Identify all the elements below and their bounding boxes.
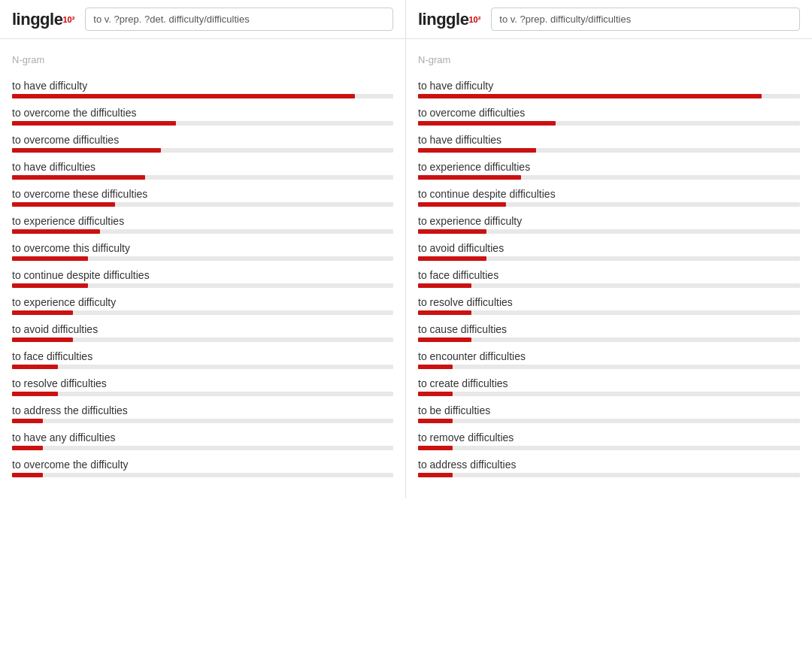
bar-container	[418, 473, 800, 477]
bar-container	[418, 338, 800, 342]
right-header: linggle10²	[406, 0, 812, 38]
result-text: to face difficulties	[418, 267, 800, 283]
result-text: to cause difficulties	[418, 321, 800, 338]
result-text: to have any difficulties	[12, 429, 393, 446]
list-item[interactable]: to continue despite difficulties	[418, 186, 800, 207]
bar-container	[418, 202, 800, 207]
result-text: to experience difficulties	[418, 159, 800, 175]
bar-container	[418, 419, 800, 423]
bar-container	[418, 310, 800, 315]
bar-fill	[12, 229, 100, 234]
list-item[interactable]: to avoid difficulties	[12, 321, 393, 342]
right-search-input[interactable]	[491, 8, 800, 31]
list-item[interactable]: to create difficulties	[418, 375, 800, 396]
bar-fill	[12, 446, 43, 450]
list-item[interactable]: to overcome this difficulty	[12, 240, 393, 261]
result-text: to be difficulties	[418, 402, 800, 419]
bar-container	[418, 283, 800, 288]
result-text: to overcome difficulties	[12, 132, 393, 148]
left-search-input[interactable]	[85, 8, 393, 31]
list-item[interactable]: to encounter difficulties	[418, 348, 800, 369]
bar-container	[12, 229, 393, 234]
result-text: to overcome this difficulty	[12, 240, 393, 256]
left-logo-text: linggle	[12, 10, 62, 29]
bar-container	[12, 446, 393, 450]
result-text: to have difficulties	[12, 159, 393, 175]
list-item[interactable]: to overcome difficulties	[418, 104, 800, 126]
list-item[interactable]: to experience difficulties	[12, 213, 393, 234]
result-text: to overcome difficulties	[418, 104, 800, 121]
list-item[interactable]: to have any difficulties	[12, 429, 393, 450]
bar-fill	[12, 365, 58, 369]
result-text: to have difficulties	[418, 132, 800, 148]
result-text: to experience difficulty	[418, 213, 800, 229]
list-item[interactable]: to experience difficulties	[418, 159, 800, 180]
left-panel: N-gram to have difficultyto overcome the…	[0, 39, 406, 498]
bar-fill	[418, 338, 471, 342]
bar-container	[418, 392, 800, 396]
bar-fill	[418, 392, 453, 396]
main-content: N-gram to have difficultyto overcome the…	[0, 39, 812, 498]
bar-container	[12, 338, 393, 342]
bar-fill	[418, 419, 453, 423]
bar-fill	[418, 446, 453, 450]
bar-fill	[12, 202, 115, 207]
result-text: to address difficulties	[418, 456, 800, 473]
bar-fill	[418, 473, 453, 477]
list-item[interactable]: to resolve difficulties	[418, 294, 800, 315]
left-logo[interactable]: linggle10²	[12, 10, 74, 29]
result-text: to remove difficulties	[418, 429, 800, 446]
list-item[interactable]: to have difficulty	[418, 77, 800, 98]
result-text: to experience difficulties	[12, 213, 393, 229]
bar-container	[418, 365, 800, 369]
bar-fill	[12, 310, 73, 315]
list-item[interactable]: to be difficulties	[418, 402, 800, 423]
bar-container	[12, 419, 393, 423]
list-item[interactable]: to face difficulties	[12, 348, 393, 369]
list-item[interactable]: to cause difficulties	[418, 321, 800, 342]
bar-container	[12, 175, 393, 180]
bar-fill	[12, 175, 145, 180]
top-bar: linggle10² linggle10²	[0, 0, 812, 39]
result-text: to create difficulties	[418, 375, 800, 392]
result-text: to have difficulty	[418, 77, 800, 94]
result-text: to avoid difficulties	[418, 240, 800, 256]
bar-container	[418, 175, 800, 180]
list-item[interactable]: to have difficulties	[12, 159, 393, 180]
bar-container	[418, 94, 800, 98]
left-results-list: to have difficultyto overcome the diffic…	[12, 77, 393, 477]
list-item[interactable]: to avoid difficulties	[418, 240, 800, 261]
bar-fill	[418, 365, 453, 369]
bar-fill	[12, 283, 88, 288]
result-text: to resolve difficulties	[12, 375, 393, 392]
result-text: to experience difficulty	[12, 294, 393, 310]
list-item[interactable]: to address difficulties	[418, 456, 800, 477]
list-item[interactable]: to overcome these difficulties	[12, 186, 393, 207]
bar-fill	[418, 256, 486, 261]
result-text: to address the difficulties	[12, 402, 393, 419]
list-item[interactable]: to overcome the difficulties	[12, 104, 393, 126]
result-text: to avoid difficulties	[12, 321, 393, 338]
list-item[interactable]: to address the difficulties	[12, 402, 393, 423]
list-item[interactable]: to have difficulties	[418, 132, 800, 153]
bar-fill	[418, 94, 762, 98]
list-item[interactable]: to remove difficulties	[418, 429, 800, 450]
result-text: to continue despite difficulties	[418, 186, 800, 202]
bar-fill	[418, 310, 471, 315]
list-item[interactable]: to continue despite difficulties	[12, 267, 393, 288]
left-ngram-label: N-gram	[12, 54, 393, 65]
list-item[interactable]: to experience difficulty	[12, 294, 393, 315]
list-item[interactable]: to face difficulties	[418, 267, 800, 288]
list-item[interactable]: to experience difficulty	[418, 213, 800, 234]
right-logo[interactable]: linggle10²	[418, 10, 480, 29]
list-item[interactable]: to overcome the difficulty	[12, 456, 393, 477]
bar-container	[12, 365, 393, 369]
result-text: to encounter difficulties	[418, 348, 800, 365]
list-item[interactable]: to overcome difficulties	[12, 132, 393, 153]
bar-fill	[418, 121, 556, 126]
right-logo-sup: 10²	[468, 15, 480, 24]
list-item[interactable]: to have difficulty	[12, 77, 393, 98]
list-item[interactable]: to resolve difficulties	[12, 375, 393, 396]
bar-fill	[12, 473, 43, 477]
bar-container	[12, 94, 393, 98]
